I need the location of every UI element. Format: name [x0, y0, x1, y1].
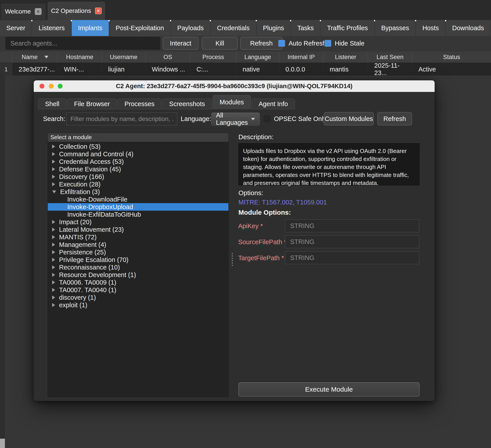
- kill-button[interactable]: Kill: [202, 37, 238, 50]
- chevron-right-icon[interactable]: [52, 273, 55, 277]
- tab-processes[interactable]: Processes: [118, 99, 161, 109]
- tree-category-reconnaissance[interactable]: Reconnaissance (10): [48, 264, 228, 271]
- close-icon[interactable]: ✕: [35, 8, 41, 15]
- execute-module-button[interactable]: Execute Module: [238, 382, 420, 397]
- column-header-hostname[interactable]: Hostname: [58, 51, 102, 63]
- chevron-right-icon[interactable]: [52, 295, 55, 299]
- nav-tab-listeners[interactable]: Listeners: [32, 20, 71, 36]
- tree-category-impact[interactable]: Impact (20): [48, 218, 228, 226]
- window-tab-c2-operations[interactable]: C2 Operations ✕: [47, 1, 105, 20]
- nav-tab-payloads[interactable]: Payloads: [171, 20, 210, 36]
- module-description: Uploads files to Dropbox via the v2 API …: [238, 143, 420, 185]
- column-header-status[interactable]: Status: [412, 51, 491, 63]
- agent-last-seen-cell: 2025-11-23...: [368, 63, 412, 76]
- tree-category-privilege-escalation[interactable]: Privilege Escalation (70): [48, 256, 228, 264]
- tree-category-resource-development[interactable]: Resource Development (1): [48, 271, 228, 279]
- chevron-right-icon[interactable]: [52, 182, 55, 186]
- tree-category-discovery[interactable]: Discovery (166): [48, 173, 228, 181]
- nav-tab-hosts[interactable]: Hosts: [416, 20, 445, 36]
- tree-category-ta0006-ta0009[interactable]: TA0006. TA0009 (1): [48, 279, 228, 286]
- tab-agent-info[interactable]: Agent Info: [252, 99, 295, 109]
- column-header-listener[interactable]: Listener: [323, 51, 368, 63]
- tree-module-invoke-dropboxupload[interactable]: Invoke-DropboxUpload: [48, 203, 228, 211]
- refresh-modules-button[interactable]: Refresh: [377, 112, 412, 125]
- panel-splitter-handle[interactable]: [232, 253, 233, 266]
- column-header-internal-ip[interactable]: Internal IP: [279, 51, 323, 63]
- custom-modules-button[interactable]: Custom Modules: [324, 112, 374, 125]
- scrollbar-thumb[interactable]: [0, 439, 5, 448]
- tree-module-invoke-exfildatatogithub[interactable]: Invoke-ExfilDataToGitHub: [48, 211, 228, 218]
- nav-tab-bypasses[interactable]: Bypasses: [375, 20, 415, 36]
- language-select[interactable]: All Languages: [211, 113, 260, 125]
- column-header-name[interactable]: Name: [12, 51, 58, 63]
- agent-listener-cell: mantis: [323, 63, 368, 76]
- tree-category-ta0007-ta0040[interactable]: TA0007. TA0040 (1): [48, 286, 228, 294]
- tree-module-invoke-downloadfile[interactable]: Invoke-DownloadFile: [48, 196, 228, 203]
- opsec-safe-checkbox[interactable]: [264, 115, 270, 122]
- column-header-process[interactable]: Process: [190, 51, 236, 63]
- maximize-traffic-light-icon[interactable]: [58, 84, 63, 89]
- targetfilepath-input[interactable]: [285, 251, 419, 264]
- chevron-right-icon[interactable]: [52, 258, 55, 262]
- mitre-techniques-link[interactable]: MITRE: T1567.002, T1059.001: [238, 199, 327, 206]
- tree-category-execution[interactable]: Execution (28): [48, 181, 228, 188]
- chevron-right-icon[interactable]: [52, 235, 55, 239]
- tab-modules[interactable]: Modules: [213, 95, 251, 109]
- window-tab-welcome[interactable]: Welcome ✕: [0, 3, 46, 20]
- minimize-traffic-light-icon[interactable]: [49, 84, 54, 89]
- chevron-right-icon[interactable]: [52, 152, 55, 156]
- chevron-right-icon[interactable]: [52, 250, 55, 254]
- sourcefilepath-input[interactable]: [285, 235, 419, 248]
- chevron-right-icon[interactable]: [52, 243, 55, 247]
- chevron-right-icon[interactable]: [52, 288, 55, 292]
- chevron-right-icon[interactable]: [52, 220, 55, 224]
- interact-button[interactable]: Interact: [163, 37, 198, 50]
- chevron-right-icon[interactable]: [52, 144, 55, 149]
- chevron-down-icon[interactable]: [52, 191, 56, 193]
- nav-tab-credentials[interactable]: Credentials: [211, 20, 256, 36]
- language-label: Language:: [181, 112, 211, 125]
- tree-category-collection[interactable]: Collection (53): [48, 143, 228, 150]
- chevron-right-icon[interactable]: [52, 303, 55, 307]
- tree-category-management[interactable]: Management (4): [48, 241, 228, 248]
- close-icon[interactable]: ✕: [95, 8, 102, 14]
- column-header-username[interactable]: Username: [102, 51, 146, 63]
- nav-tab-implants[interactable]: Implants: [72, 20, 109, 36]
- agent-row[interactable]: 1 23e3d277-... WIN-... liujian Windows .…: [0, 63, 491, 76]
- module-filter-input[interactable]: [66, 113, 177, 125]
- apikey-input[interactable]: [285, 219, 419, 232]
- column-header-os[interactable]: OS: [146, 51, 190, 63]
- chevron-right-icon[interactable]: [52, 160, 55, 164]
- tab-screenshots[interactable]: Screenshots: [162, 99, 212, 109]
- auto-refresh-checkbox[interactable]: [278, 40, 285, 47]
- nav-tab-traffic-profiles[interactable]: Traffic Profiles: [321, 20, 374, 36]
- column-header-language[interactable]: Language: [236, 51, 279, 63]
- nav-tab-post-exploitation[interactable]: Post-Exploitation: [109, 20, 170, 36]
- tree-category-lateral-movement[interactable]: Lateral Movement (23): [48, 226, 228, 233]
- nav-tab-tasks[interactable]: Tasks: [291, 20, 320, 36]
- nav-tab-plugins[interactable]: Plugins: [257, 20, 290, 36]
- hide-stale-checkbox[interactable]: [324, 40, 331, 47]
- chevron-right-icon[interactable]: [52, 265, 55, 269]
- tree-category-command-and-control[interactable]: Command and Control (4): [48, 150, 228, 158]
- nav-tab-server[interactable]: Server: [0, 20, 31, 36]
- tree-category-persistence[interactable]: Persistence (25): [48, 248, 228, 256]
- tree-category-defense-evasion[interactable]: Defense Evasion (45): [48, 165, 228, 173]
- nav-tab-downloads[interactable]: Downloads: [446, 20, 490, 36]
- tree-category-exfiltration[interactable]: Exfiltration (3): [48, 188, 228, 196]
- chevron-right-icon[interactable]: [52, 175, 55, 179]
- tab-file-browser[interactable]: File Browser: [67, 99, 117, 109]
- tree-category-credential-access[interactable]: Credential Access (53): [48, 158, 228, 165]
- close-traffic-light-icon[interactable]: [39, 84, 44, 89]
- tab-shell[interactable]: Shell: [38, 99, 66, 109]
- dialog-titlebar[interactable]: C2 Agent: 23e3d277-6a27-45f5-9904-ba9600…: [34, 80, 435, 92]
- column-header-last-seen[interactable]: Last Seen: [368, 51, 412, 63]
- chevron-right-icon[interactable]: [52, 280, 55, 284]
- chevron-right-icon[interactable]: [52, 167, 55, 171]
- tree-category-mantis[interactable]: MANTIS (72): [48, 233, 228, 241]
- tree-category-exploit[interactable]: exploit (1): [48, 301, 228, 309]
- search-agents-input[interactable]: [5, 37, 160, 50]
- tree-category-discovery-lowercase[interactable]: discovery (1): [48, 294, 228, 301]
- chevron-right-icon[interactable]: [52, 228, 55, 231]
- refresh-agents-button[interactable]: Refresh: [240, 37, 283, 50]
